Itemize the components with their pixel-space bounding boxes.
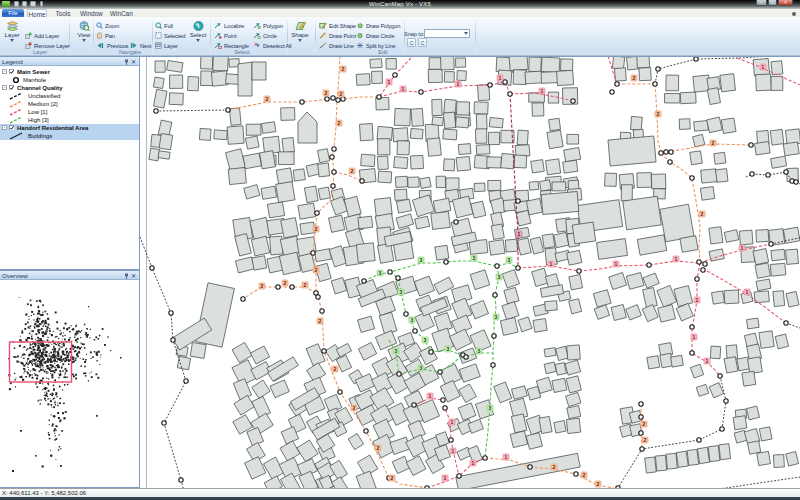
svg-text:2: 2 — [325, 90, 328, 96]
svg-text:2: 2 — [304, 282, 307, 288]
svg-text:2: 2 — [261, 283, 264, 289]
svg-text:3: 3 — [420, 257, 423, 263]
svg-text:2: 2 — [597, 481, 600, 487]
svg-text:2: 2 — [342, 66, 345, 72]
svg-text:2: 2 — [391, 475, 394, 481]
svg-text:i: i — [197, 22, 199, 30]
svg-text:1: 1 — [499, 75, 502, 81]
svg-text:3: 3 — [395, 348, 398, 354]
svg-text:2: 2 — [553, 464, 556, 470]
svg-text:1: 1 — [741, 245, 744, 251]
svg-text:2: 2 — [284, 280, 287, 286]
svg-text:1: 1 — [402, 86, 405, 92]
svg-text:2: 2 — [633, 75, 636, 81]
svg-text:1: 1 — [746, 289, 749, 295]
svg-text:2: 2 — [644, 437, 647, 443]
svg-text:2: 2 — [266, 96, 269, 102]
svg-text:3: 3 — [489, 405, 492, 411]
svg-text:1: 1 — [541, 88, 544, 94]
svg-text:1: 1 — [675, 256, 678, 262]
svg-text:2: 2 — [315, 226, 318, 232]
svg-text:3: 3 — [379, 270, 382, 276]
svg-text:2: 2 — [334, 366, 337, 372]
svg-text:2: 2 — [657, 111, 660, 117]
svg-text:1: 1 — [452, 448, 455, 454]
svg-text:1: 1 — [451, 419, 454, 425]
svg-text:3: 3 — [478, 348, 481, 354]
svg-text:3: 3 — [498, 274, 501, 280]
svg-text:2: 2 — [351, 168, 354, 174]
svg-text:2: 2 — [338, 120, 341, 126]
svg-text:3: 3 — [411, 317, 414, 323]
svg-text:2: 2 — [315, 267, 318, 273]
svg-text:1: 1 — [693, 334, 696, 340]
svg-text:2: 2 — [319, 318, 322, 324]
svg-text:1: 1 — [762, 64, 765, 70]
svg-text:1: 1 — [550, 261, 553, 267]
svg-text:1: 1 — [505, 454, 508, 460]
svg-text:1: 1 — [696, 297, 699, 303]
svg-text:3: 3 — [508, 257, 511, 263]
svg-text:2: 2 — [583, 472, 586, 478]
svg-text:1: 1 — [457, 81, 460, 87]
svg-text:2: 2 — [340, 91, 343, 97]
svg-text:3: 3 — [420, 365, 423, 371]
svg-text:3: 3 — [447, 346, 450, 352]
svg-text:2: 2 — [377, 445, 380, 451]
svg-text:2: 2 — [712, 140, 715, 146]
svg-text:3: 3 — [495, 314, 498, 320]
svg-text:2: 2 — [353, 405, 356, 411]
svg-text:3: 3 — [473, 255, 476, 261]
svg-text:1: 1 — [472, 460, 475, 466]
svg-text:1: 1 — [429, 393, 432, 399]
svg-text:1: 1 — [706, 358, 709, 364]
svg-text:1: 1 — [615, 261, 618, 267]
svg-text:2: 2 — [701, 211, 704, 217]
svg-text:1: 1 — [388, 79, 391, 85]
svg-text:3: 3 — [400, 289, 403, 295]
svg-text:1: 1 — [518, 231, 521, 237]
svg-text:1: 1 — [444, 475, 447, 481]
svg-text:2: 2 — [643, 421, 646, 427]
svg-text:3: 3 — [424, 337, 427, 343]
